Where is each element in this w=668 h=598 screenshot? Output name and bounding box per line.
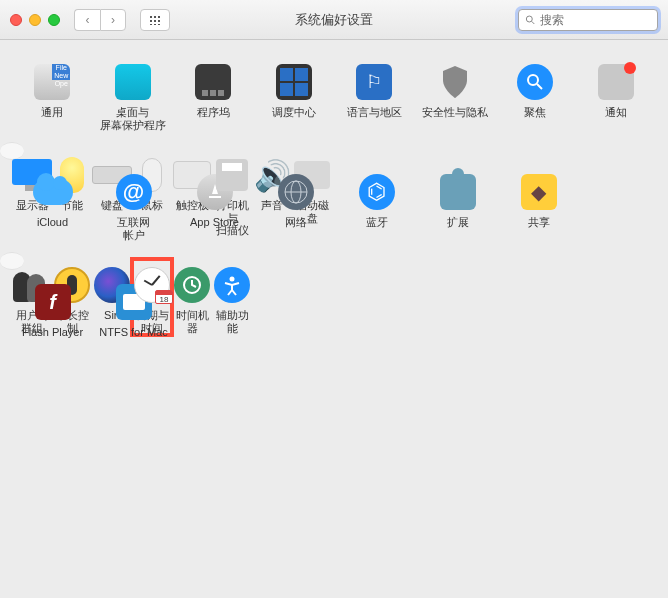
- pref-label: 安全性与隐私: [422, 106, 488, 132]
- pref-desktop[interactable]: 桌面与 屏幕保护程序: [93, 56, 174, 132]
- pref-label: 通用: [41, 106, 63, 132]
- window-title: 系统偏好设置: [295, 11, 373, 29]
- pref-label: 网络: [285, 216, 307, 242]
- nav-back-forward: ‹ ›: [74, 9, 126, 31]
- pref-label: 互联网 帐户: [117, 216, 150, 242]
- minimize-button[interactable]: [29, 14, 41, 26]
- pref-section: 用户与群组家长控制Siri18日期与时间时间机器辅助功能: [0, 252, 24, 270]
- svg-point-8: [230, 277, 235, 282]
- pref-label: App Store: [190, 216, 239, 242]
- pref-general[interactable]: FileNewOpe通用: [12, 56, 93, 132]
- search-field[interactable]: [518, 9, 658, 31]
- notifications-icon: [596, 62, 636, 102]
- pref-label: 程序坞: [197, 106, 230, 132]
- pref-label: 辅助功能: [212, 309, 252, 335]
- flash-icon: f: [33, 282, 73, 322]
- svg-line-3: [537, 84, 542, 89]
- pref-row: fFlash PlayerNTFS for Mac: [12, 276, 656, 352]
- pref-language[interactable]: ⚐语言与地区: [334, 56, 415, 132]
- titlebar: ‹ › 系统偏好设置: [0, 0, 668, 40]
- network-icon: [276, 172, 316, 212]
- sharing-icon: ◆: [519, 172, 559, 212]
- spotlight-icon: [515, 62, 555, 102]
- pref-section: FileNewOpe通用桌面与 屏幕保护程序程序坞调度中心⚐语言与地区安全性与隐…: [0, 50, 668, 142]
- pref-flash[interactable]: fFlash Player: [12, 276, 93, 352]
- preferences-panel: FileNewOpe通用桌面与 屏幕保护程序程序坞调度中心⚐语言与地区安全性与隐…: [0, 40, 668, 382]
- pref-icloud[interactable]: iCloud: [12, 166, 93, 242]
- extensions-icon: [438, 172, 478, 212]
- back-button[interactable]: ‹: [74, 9, 100, 31]
- bluetooth-icon: ⌬: [357, 172, 397, 212]
- close-button[interactable]: [10, 14, 22, 26]
- pref-internet[interactable]: @互联网 帐户: [93, 166, 174, 242]
- pref-label: 聚焦: [524, 106, 546, 132]
- pref-timemachine[interactable]: 时间机器: [172, 259, 212, 335]
- pref-label: 通知: [605, 106, 627, 132]
- traffic-lights: [10, 14, 60, 26]
- mission-icon: [274, 62, 314, 102]
- grid-icon: [149, 15, 161, 25]
- dock-icon: [193, 62, 233, 102]
- pref-section: 显示器节能键盘鼠标触控板打印机与 扫描仪🔊声音启动磁盘: [0, 142, 24, 160]
- pref-network[interactable]: 网络: [255, 166, 336, 242]
- pref-accessibility[interactable]: 辅助功能: [212, 259, 252, 335]
- pref-label: iCloud: [37, 216, 68, 242]
- svg-line-1: [532, 21, 535, 24]
- show-all-button[interactable]: [140, 9, 170, 31]
- forward-button[interactable]: ›: [100, 9, 126, 31]
- icloud-icon: [33, 172, 73, 212]
- security-icon: [435, 62, 475, 102]
- pref-row: iCloud@互联网 帐户App Store网络⌬蓝牙扩展◆共享: [12, 166, 656, 242]
- pref-label: 桌面与 屏幕保护程序: [100, 106, 166, 132]
- pref-label: 时间机器: [172, 309, 212, 335]
- pref-label: 语言与地区: [347, 106, 402, 132]
- pref-sharing[interactable]: ◆共享: [498, 166, 579, 242]
- pref-bluetooth[interactable]: ⌬蓝牙: [336, 166, 417, 242]
- pref-label: 扩展: [447, 216, 469, 242]
- pref-section: fFlash PlayerNTFS for Mac: [0, 270, 668, 362]
- internet-icon: @: [114, 172, 154, 212]
- accessibility-icon: [212, 265, 252, 305]
- pref-row: FileNewOpe通用桌面与 屏幕保护程序程序坞调度中心⚐语言与地区安全性与隐…: [12, 56, 656, 132]
- pref-label: NTFS for Mac: [99, 326, 167, 352]
- zoom-button[interactable]: [48, 14, 60, 26]
- pref-section: iCloud@互联网 帐户App Store网络⌬蓝牙扩展◆共享: [0, 160, 668, 252]
- pref-spotlight[interactable]: 聚焦: [495, 56, 576, 132]
- pref-mission[interactable]: 调度中心: [254, 56, 335, 132]
- desktop-icon: [113, 62, 153, 102]
- pref-notifications[interactable]: 通知: [576, 56, 657, 132]
- svg-point-2: [528, 75, 538, 85]
- pref-label: 调度中心: [272, 106, 316, 132]
- printers-icon: [212, 155, 252, 195]
- general-icon: FileNewOpe: [32, 62, 72, 102]
- svg-point-0: [526, 16, 532, 22]
- timemachine-icon: [172, 265, 212, 305]
- pref-label: Flash Player: [22, 326, 83, 352]
- pref-dock[interactable]: 程序坞: [173, 56, 254, 132]
- pref-security[interactable]: 安全性与隐私: [415, 56, 496, 132]
- search-input[interactable]: [540, 13, 651, 27]
- pref-label: 共享: [528, 216, 550, 242]
- pref-label: 蓝牙: [366, 216, 388, 242]
- language-icon: ⚐: [354, 62, 394, 102]
- search-icon: [525, 14, 536, 26]
- pref-extensions[interactable]: 扩展: [417, 166, 498, 242]
